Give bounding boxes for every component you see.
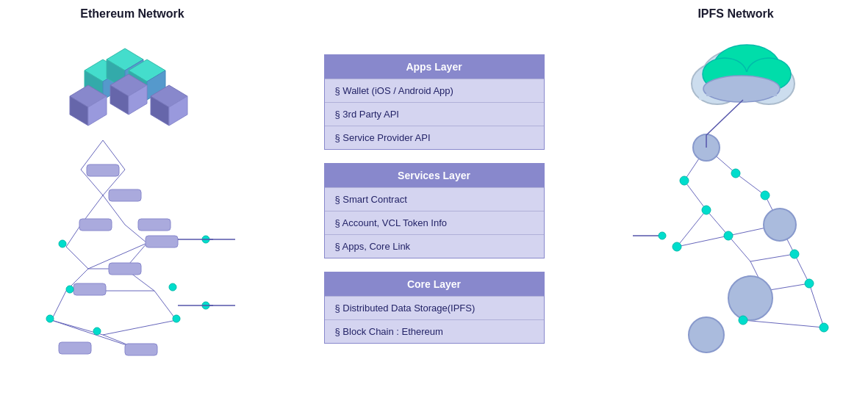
ipfs-diagram [633,26,839,364]
svg-rect-42 [109,189,141,201]
svg-point-96 [761,191,770,200]
svg-point-93 [689,317,724,352]
ethereum-title: Ethereum Network [80,7,184,21]
services-layer-block: Services Layer § Smart Contract § Accoun… [324,163,545,258]
svg-rect-43 [138,219,171,231]
svg-point-101 [805,279,814,288]
apps-layer-header: Apps Layer [325,55,544,79]
svg-point-102 [739,316,747,325]
svg-line-74 [736,173,765,195]
svg-point-94 [680,176,689,185]
ipfs-svg [633,26,839,364]
services-item-2: § Account, VCL Token Info [325,211,544,234]
ethereum-svg [29,26,235,364]
svg-point-50 [59,240,66,247]
svg-rect-71 [706,85,777,96]
svg-line-11 [66,247,88,269]
svg-point-92 [728,276,772,320]
svg-line-81 [750,254,795,261]
core-layer-block: Core Layer § Distributed Data Storage(IP… [324,272,545,344]
svg-point-99 [672,242,681,251]
services-item-1: § Smart Contract [325,187,544,211]
svg-line-86 [765,283,809,291]
svg-rect-46 [109,263,141,275]
services-layer-header: Services Layer [325,164,544,187]
svg-point-53 [46,315,54,322]
svg-line-75 [684,181,706,210]
svg-rect-44 [79,219,112,231]
core-item-1: § Distributed Data Storage(IPFS) [325,296,544,319]
svg-rect-45 [146,236,178,247]
svg-line-80 [728,236,750,261]
svg-point-95 [731,169,740,178]
svg-line-104 [706,100,743,135]
ipfs-section: IPFS Network [618,7,853,391]
svg-point-54 [173,315,180,322]
svg-line-9 [66,225,81,247]
apps-layer-block: Apps Layer § Wallet (iOS / Android App) … [324,54,545,150]
core-layer-header: Core Layer [325,272,544,296]
ipfs-title: IPFS Network [697,7,773,21]
svg-line-88 [809,283,824,328]
svg-line-18 [154,291,176,320]
apps-item-3: § Service Provider API [325,126,544,149]
svg-rect-41 [87,164,119,176]
svg-line-89 [743,320,824,328]
apps-item-1: § Wallet (iOS / Android App) [325,79,544,102]
svg-point-97 [702,206,711,214]
svg-rect-48 [59,342,91,354]
svg-point-91 [764,209,796,241]
services-item-3: § Apps, Core Link [325,234,544,258]
svg-point-98 [724,231,733,240]
layers-panel: Apps Layer § Wallet (iOS / Android App) … [324,54,545,344]
svg-rect-47 [73,283,106,295]
svg-point-103 [819,323,828,332]
svg-line-85 [795,254,809,283]
apps-item-2: § 3rd Party API [325,102,544,126]
svg-point-55 [93,328,101,335]
svg-point-52 [169,283,176,291]
core-item-2: § Block Chain : Ethereum [325,319,544,343]
svg-line-20 [103,320,176,335]
svg-point-51 [66,286,73,293]
svg-point-61 [659,232,666,239]
ethereum-diagram [29,26,235,364]
svg-line-17 [51,291,66,320]
svg-line-77 [706,210,728,236]
ethereum-section: Ethereum Network [15,7,250,391]
svg-point-100 [790,250,799,258]
svg-rect-49 [125,344,157,355]
